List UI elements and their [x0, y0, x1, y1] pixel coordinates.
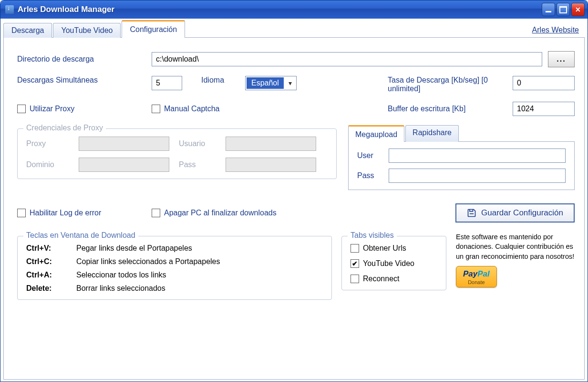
proxy-label: Proxy — [26, 139, 69, 148]
titlebar: Arles Download Manager — [0, 0, 588, 19]
tabs-visible-group: Tabs visibles Obtener Urls YouTube Video… — [341, 236, 446, 290]
checkbox-icon — [17, 209, 26, 217]
enable-log-label: Habilitar Log de error — [30, 209, 101, 217]
save-config-button[interactable]: Guardar Configuración — [455, 203, 575, 223]
language-value: Español — [247, 77, 284, 89]
app-window: Arles Download Manager Descarga YouTube … — [0, 0, 588, 382]
website-link[interactable]: Arles Website — [526, 23, 585, 37]
paypal-donate-button[interactable]: PayPal Donate — [456, 266, 497, 287]
cred-user-input[interactable] — [389, 149, 566, 163]
rate-input[interactable] — [513, 76, 575, 90]
donate-text: Este software es mantenido por donacione… — [456, 232, 575, 261]
shortcut-key: Delete: — [26, 284, 72, 293]
enable-log-checkbox[interactable]: Habilitar Log de error — [17, 209, 146, 217]
proxy-domain-label: Dominio — [26, 160, 69, 169]
language-dropdown[interactable]: Español ▾ — [245, 76, 297, 90]
row-log-save: Habilitar Log de error Apagar PC al fina… — [17, 203, 575, 223]
proxy-domain-input — [79, 158, 169, 172]
shortcut-key: Ctrl+A: — [26, 271, 72, 279]
use-proxy-label: Utilizar Proxy — [30, 105, 74, 113]
proxy-user-label: Usuario — [179, 139, 216, 148]
youtube-video-label: YouTube Video — [363, 259, 414, 268]
bottom-row: Teclas en Ventana de Download Ctrl+V: Pe… — [17, 232, 575, 300]
manual-captcha-label: Manual Captcha — [164, 105, 220, 113]
manual-captcha-checkbox[interactable]: Manual Captcha — [152, 105, 323, 113]
app-icon — [5, 5, 14, 14]
use-proxy-checkbox[interactable]: Utilizar Proxy — [17, 105, 146, 113]
shortcuts-group: Teclas en Ventana de Download Ctrl+V: Pe… — [17, 236, 332, 300]
shortcut-desc: Seleccionar todos los links — [76, 271, 323, 279]
cred-pass-input[interactable] — [389, 169, 566, 183]
shortcut-key: Ctrl+C: — [26, 257, 72, 266]
proxy-credentials-group: Credenciales de Proxy Proxy Usuario Domi… — [17, 128, 337, 179]
shortcut-desc: Borrar links seleccionados — [76, 284, 323, 293]
rate-label: Tasa de Descarga [Kb/seg] [0 unlimited] — [388, 76, 507, 93]
tab-download[interactable]: Descarga — [3, 23, 52, 38]
simultaneous-input[interactable] — [152, 76, 182, 90]
upload-tabs: Megaupload Rapidshare — [348, 125, 575, 142]
save-button-label: Guardar Configuración — [481, 208, 563, 218]
main-tabbar: Descarga YouTube Video Configuración Arl… — [3, 21, 585, 38]
download-dir-input[interactable] — [152, 52, 542, 66]
buffer-label: Buffer de escritura [Kb] — [388, 105, 507, 113]
row-settings: Descargas Simultáneas Idioma Español ▾ T… — [17, 76, 575, 93]
proxy-user-input — [226, 137, 316, 151]
donate-section: Este software es mantenido por donacione… — [456, 232, 575, 287]
tab-config[interactable]: Configuración — [122, 20, 185, 38]
shutdown-checkbox[interactable]: Apagar PC al finalizar downloads — [152, 209, 277, 217]
row-download-dir: Directorio de descarga ... — [17, 51, 575, 67]
language-label: Idioma — [201, 76, 239, 85]
proxy-pass-label: Pass — [179, 160, 216, 169]
save-icon — [467, 208, 476, 218]
shutdown-label: Apagar PC al finalizar downloads — [164, 209, 277, 217]
chevron-down-icon: ▾ — [285, 79, 296, 87]
checkbox-icon — [17, 105, 26, 113]
minimize-button[interactable] — [542, 3, 555, 16]
upload-panel: User Pass — [348, 142, 575, 190]
checkbox-icon — [351, 259, 359, 268]
checkbox-icon — [152, 105, 160, 113]
youtube-video-checkbox[interactable]: YouTube Video — [351, 259, 437, 268]
checkbox-icon — [152, 209, 160, 217]
paypal-donate-label: Donate — [463, 279, 490, 286]
row-proxy-buffer: Utilizar Proxy Manual Captcha Buffer de … — [17, 102, 575, 116]
reconnect-checkbox[interactable]: Reconnect — [351, 275, 437, 283]
tab-youtube[interactable]: YouTube Video — [53, 23, 121, 38]
checkbox-icon — [351, 244, 359, 253]
proxy-input — [79, 137, 169, 151]
browse-button[interactable]: ... — [548, 51, 575, 67]
obtain-urls-checkbox[interactable]: Obtener Urls — [351, 244, 437, 253]
window-controls — [542, 3, 585, 16]
proxy-legend: Credenciales de Proxy — [23, 124, 106, 132]
config-panel: Directorio de descarga ... Descargas Sim… — [3, 38, 585, 380]
credentials-row: Credenciales de Proxy Proxy Usuario Domi… — [17, 125, 575, 190]
checkbox-icon — [351, 275, 359, 283]
tab-megaupload[interactable]: Megaupload — [348, 125, 404, 142]
tab-rapidshare[interactable]: Rapidshare — [405, 125, 459, 142]
window-title: Arles Download Manager — [18, 5, 542, 14]
shortcuts-legend: Teclas en Ventana de Download — [23, 231, 138, 240]
download-dir-label: Directorio de descarga — [17, 55, 146, 64]
reconnect-label: Reconnect — [363, 275, 400, 283]
proxy-pass-input — [226, 158, 316, 172]
close-button[interactable] — [571, 3, 585, 16]
client-area: Descarga YouTube Video Configuración Arl… — [0, 19, 588, 382]
shortcut-key: Ctrl+V: — [26, 244, 72, 253]
cred-user-label: User — [357, 151, 383, 160]
buffer-input[interactable] — [513, 102, 575, 116]
maximize-button[interactable] — [557, 3, 570, 16]
cred-pass-label: Pass — [357, 171, 383, 180]
shortcut-desc: Pegar links desde el Portapapeles — [76, 244, 323, 253]
paypal-logo: PayPal — [463, 269, 490, 278]
obtain-urls-label: Obtener Urls — [363, 244, 406, 253]
shortcut-desc: Copiar links seleccionados a Portapapele… — [76, 257, 323, 266]
tabs-visible-legend: Tabs visibles — [348, 231, 397, 240]
simultaneous-label: Descargas Simultáneas — [17, 76, 146, 85]
